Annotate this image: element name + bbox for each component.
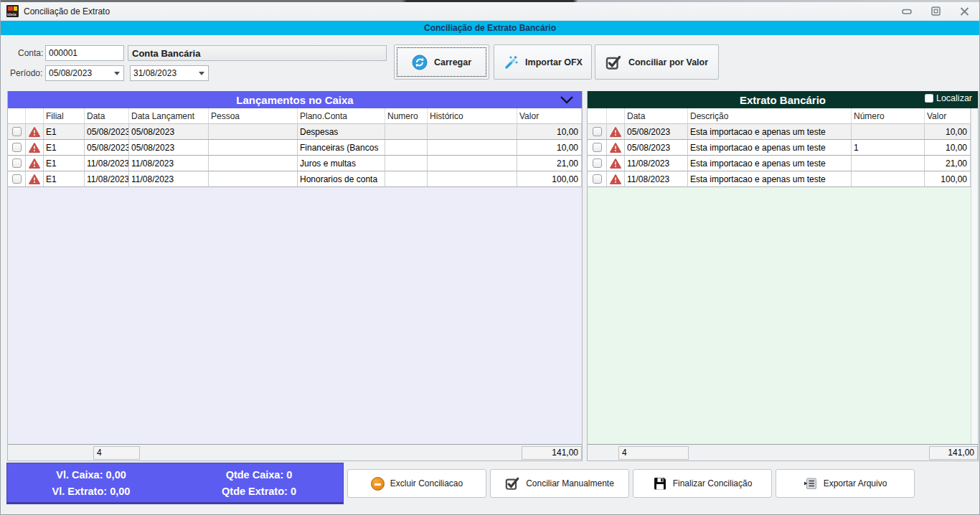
- cell-data[interactable]: 11/08/2023: [625, 171, 688, 187]
- cell-filial[interactable]: E1: [44, 156, 85, 171]
- cell-pessoa[interactable]: [209, 140, 298, 156]
- col-header[interactable]: Numero: [385, 108, 428, 124]
- cell-data[interactable]: 11/08/2023: [85, 156, 129, 171]
- cell-plano-conta[interactable]: Despesas: [298, 124, 385, 140]
- vertical-scrollbar-track[interactable]: [971, 108, 978, 444]
- cell-valor[interactable]: 10,00: [517, 140, 582, 156]
- cell-filial[interactable]: E1: [44, 171, 85, 187]
- cell-numero[interactable]: [385, 171, 428, 187]
- col-select[interactable]: [588, 108, 607, 124]
- cell-historico[interactable]: [428, 171, 517, 187]
- col-header[interactable]: Pessoa: [209, 108, 298, 124]
- cell-filial[interactable]: E1: [44, 124, 85, 140]
- exportar-arquivo-button[interactable]: Exportar Arquivo: [776, 469, 915, 498]
- cell-data-lancamento[interactable]: 05/08/2023: [129, 124, 209, 140]
- cell-historico[interactable]: [428, 140, 517, 156]
- col-header[interactable]: Descrição: [688, 108, 852, 124]
- col-status[interactable]: [26, 108, 44, 124]
- col-header[interactable]: Data: [85, 108, 129, 124]
- maximize-button[interactable]: [926, 4, 945, 19]
- cell-data[interactable]: 05/08/2023: [625, 124, 688, 140]
- cell-valor[interactable]: 100,00: [925, 171, 971, 187]
- cell-valor[interactable]: 10,00: [925, 124, 971, 140]
- dropdown-arrow-icon[interactable]: [195, 66, 208, 80]
- cell-valor[interactable]: 10,00: [517, 124, 582, 140]
- row-checkbox-cell[interactable]: [588, 140, 607, 156]
- row-checkbox[interactable]: [593, 127, 602, 136]
- col-header[interactable]: Valor: [517, 108, 582, 124]
- excluir-conciliacao-button[interactable]: Excluir Conciliacao: [347, 469, 486, 498]
- cell-data[interactable]: 05/08/2023: [85, 124, 129, 140]
- periodo-fim-picker[interactable]: 31/08/2023: [130, 65, 209, 81]
- row-checkbox-cell[interactable]: [588, 124, 607, 140]
- cell-numero[interactable]: [385, 124, 428, 140]
- row-checkbox-cell[interactable]: [588, 156, 607, 171]
- cell-pessoa[interactable]: [209, 156, 298, 171]
- col-header[interactable]: Histórico: [428, 108, 517, 124]
- conciliar-manualmente-button[interactable]: Conciliar Manualmente: [490, 469, 629, 498]
- row-checkbox-cell[interactable]: [8, 156, 26, 171]
- close-button[interactable]: [955, 4, 974, 19]
- row-checkbox-cell[interactable]: [8, 171, 26, 187]
- cell-pessoa[interactable]: [209, 171, 298, 187]
- row-checkbox[interactable]: [12, 174, 22, 184]
- cell-data[interactable]: 11/08/2023: [625, 156, 688, 171]
- dropdown-arrow-icon[interactable]: [110, 66, 123, 80]
- cell-historico[interactable]: [428, 156, 517, 171]
- row-checkbox[interactable]: [593, 174, 602, 184]
- row-checkbox[interactable]: [593, 143, 602, 152]
- cell-plano-conta[interactable]: Financeiras (Bancos: [298, 140, 385, 156]
- minimize-button[interactable]: [897, 4, 916, 19]
- cell-numero[interactable]: [385, 156, 428, 171]
- cell-data-lancamento[interactable]: 11/08/2023: [129, 156, 209, 171]
- row-checkbox[interactable]: [12, 143, 22, 152]
- cell-descricao[interactable]: Esta importacao e apenas um teste: [688, 124, 852, 140]
- title-bar[interactable]: ideia Conciliação de Extrato: [1, 2, 979, 21]
- row-checkbox[interactable]: [12, 159, 22, 168]
- cell-numero[interactable]: [852, 156, 925, 171]
- cell-plano-conta[interactable]: Juros e multas: [298, 156, 385, 171]
- row-checkbox-cell[interactable]: [8, 124, 26, 140]
- cell-descricao[interactable]: Esta importacao e apenas um teste: [688, 140, 852, 156]
- cell-valor[interactable]: 21,00: [925, 156, 971, 171]
- cell-numero[interactable]: [385, 140, 428, 156]
- cell-numero[interactable]: [852, 171, 925, 187]
- cell-descricao[interactable]: Esta importacao e apenas um teste: [688, 171, 852, 187]
- col-header[interactable]: Número: [852, 108, 925, 124]
- cell-plano-conta[interactable]: Honorarios de conta: [298, 171, 385, 187]
- importar-ofx-button[interactable]: Importar OFX: [494, 44, 592, 80]
- cell-valor[interactable]: 21,00: [517, 156, 582, 171]
- carregar-button[interactable]: Carregar: [394, 44, 489, 80]
- cell-valor[interactable]: 100,00: [517, 171, 582, 187]
- cell-descricao[interactable]: Esta importacao e apenas um teste: [688, 156, 852, 171]
- localizar-checkbox[interactable]: [925, 94, 933, 103]
- col-header[interactable]: Valor: [925, 108, 971, 124]
- col-select[interactable]: [8, 108, 26, 124]
- cell-historico[interactable]: [428, 124, 517, 140]
- col-status[interactable]: [607, 108, 625, 124]
- conciliar-por-valor-button[interactable]: Conciliar por Valor: [595, 44, 719, 80]
- localizar-toggle[interactable]: Localizar: [925, 93, 972, 103]
- col-header[interactable]: Filial: [44, 108, 85, 124]
- periodo-inicio-picker[interactable]: 05/08/2023: [45, 65, 124, 81]
- cell-data[interactable]: 11/08/2023: [85, 171, 129, 187]
- cell-data[interactable]: 05/08/2023: [625, 140, 688, 156]
- col-header[interactable]: Data Lançament: [129, 108, 209, 124]
- row-checkbox[interactable]: [12, 127, 22, 136]
- cell-data-lancamento[interactable]: 05/08/2023: [129, 140, 209, 156]
- cell-filial[interactable]: E1: [44, 140, 85, 156]
- cell-valor[interactable]: 10,00: [925, 140, 971, 156]
- col-header[interactable]: Data: [625, 108, 688, 124]
- col-header[interactable]: Plano.Conta: [298, 108, 385, 124]
- cell-pessoa[interactable]: [209, 124, 298, 140]
- row-checkbox-cell[interactable]: [8, 140, 26, 156]
- cell-data-lancamento[interactable]: 11/08/2023: [129, 171, 209, 187]
- conta-input[interactable]: [45, 45, 124, 61]
- chevron-down-icon[interactable]: [559, 95, 575, 104]
- finalizar-conciliacao-button[interactable]: Finalizar Conciliação: [633, 469, 772, 498]
- row-checkbox-cell[interactable]: [588, 171, 607, 187]
- cell-data[interactable]: 05/08/2023: [85, 140, 129, 156]
- row-checkbox[interactable]: [593, 159, 602, 168]
- cell-numero[interactable]: 1: [852, 140, 925, 156]
- cell-numero[interactable]: [852, 124, 925, 140]
